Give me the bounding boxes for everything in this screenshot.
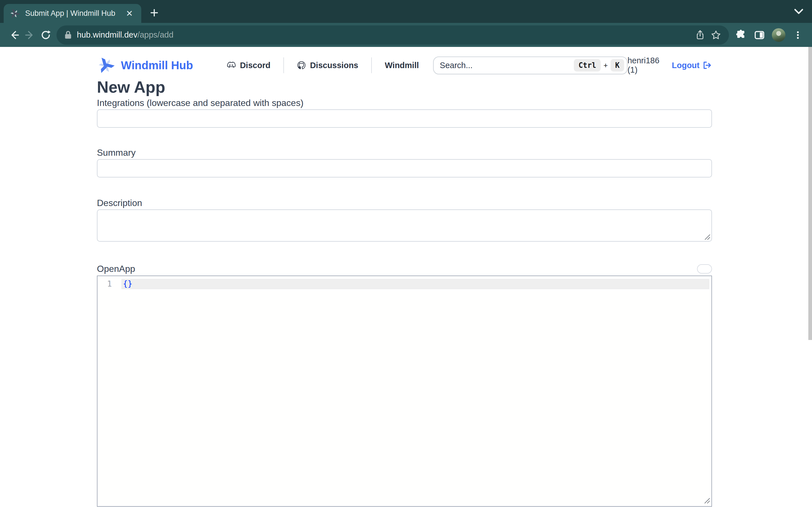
browser-toolbar: hub.windmill.dev/apps/add [0,23,812,47]
integrations-input[interactable] [97,109,712,128]
page-title: New App [97,79,712,95]
windmill-favicon-icon [9,8,20,19]
address-bar[interactable]: hub.windmill.dev/apps/add [57,25,729,45]
nav-label: Discord [240,61,270,70]
nav-label: Windmill [385,61,419,70]
nav-item-windmill[interactable]: Windmill [385,61,419,70]
share-icon[interactable] [692,27,708,43]
page-viewport: Windmill Hub Discord [0,47,812,507]
summary-input[interactable] [97,159,712,177]
resize-handle-icon[interactable] [703,233,710,240]
description-label: Description [97,198,712,208]
logout-label: Logout [672,61,699,70]
nav-item-discussions[interactable]: Discussions [297,61,358,70]
toolbar-right-cluster [733,27,806,43]
nav-divider [284,57,284,73]
browser-menu-icon[interactable] [790,27,806,43]
page-scrollbar[interactable] [808,47,812,340]
description-textarea[interactable] [97,210,712,242]
profile-avatar[interactable] [772,28,786,42]
kbd-k: K [611,59,624,71]
brand-link[interactable]: Windmill Hub [97,57,193,74]
openapp-label: OpenApp [97,264,135,274]
openapp-code-editor[interactable]: 1 {} [97,276,712,507]
nav-label: Discussions [310,61,358,70]
bookmark-star-icon[interactable] [708,27,724,43]
summary-label: Summary [97,148,712,158]
search-box[interactable]: Ctrl + K [433,57,627,74]
editor-line: 1 {} [98,279,711,289]
tab-close-icon[interactable]: ✕ [123,7,136,20]
editor-code-content[interactable]: {} [122,279,709,289]
extensions-puzzle-icon[interactable] [733,27,749,43]
forward-button[interactable] [22,27,38,43]
nav-item-discord[interactable]: Discord [226,61,270,70]
openapp-toggle[interactable] [697,264,712,274]
new-tab-button[interactable]: + [146,5,162,21]
logout-link[interactable]: Logout [672,61,712,70]
discord-icon [226,61,236,69]
browser-tab[interactable]: Submit App | Windmill Hub ✕ [4,4,141,23]
url-host: hub.windmill.dev [77,30,137,39]
nav-divider [371,57,372,73]
tab-search-chevron-icon[interactable] [793,7,805,16]
browser-tab-strip: Submit App | Windmill Hub ✕ + [0,0,812,23]
side-panel-icon[interactable] [752,27,767,43]
brand-name: Windmill Hub [121,59,193,72]
reload-button[interactable] [38,27,54,43]
search-input[interactable] [440,61,574,70]
kbd-ctrl: Ctrl [574,59,601,71]
integrations-label: Integrations (lowercase and separated wi… [97,98,712,108]
windmill-logo-icon [97,57,115,74]
kbd-plus: + [604,61,608,70]
url-text: hub.windmill.dev/apps/add [77,30,692,40]
logout-icon [702,61,712,70]
username: henri186 (1) [627,56,665,75]
main-nav: Discord Discussions Windmill [226,57,419,73]
editor-resize-handle-icon[interactable] [703,497,710,504]
user-box: henri186 (1) Logout [627,56,712,75]
padlock-icon[interactable] [64,30,72,40]
site-header: Windmill Hub Discord [97,56,712,74]
tab-title: Submit App | Windmill Hub [25,9,123,18]
github-icon [297,61,306,70]
back-button[interactable] [6,27,22,43]
url-path: /apps/add [137,30,173,39]
editor-line-number: 1 [98,279,122,289]
